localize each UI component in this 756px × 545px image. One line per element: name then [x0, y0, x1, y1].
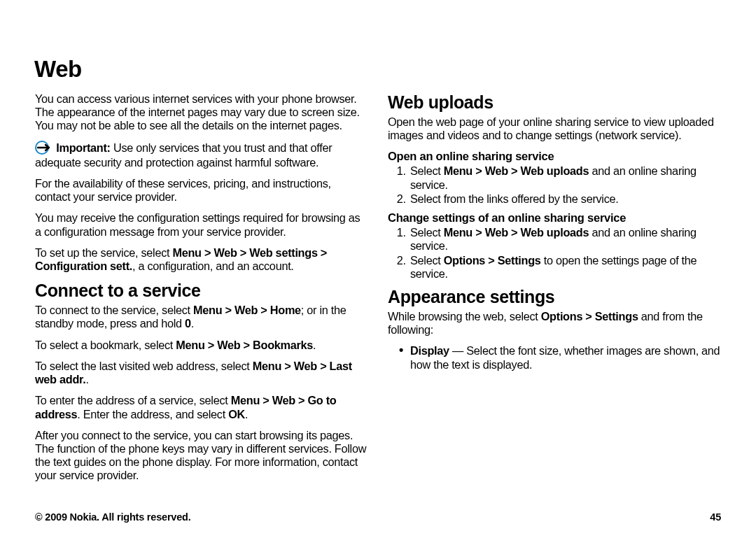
uploads-intro: Open the web page of your online sharing…	[388, 115, 721, 142]
page-number: 45	[710, 511, 721, 523]
page-footer: © 2009 Nokia. All rights reserved. 45	[35, 511, 721, 523]
menu-path: Menu > Web > Web uploads	[444, 226, 589, 239]
text: While browsing the web, select	[388, 310, 541, 323]
text: .	[245, 408, 248, 420]
connect-p2: To select a bookmark, select Menu > Web …	[35, 339, 368, 352]
list-item: Select Options > Settings to open the se…	[409, 254, 721, 281]
menu-path: Menu > Web > Home	[193, 304, 301, 316]
menu-path: Options > Settings	[541, 310, 638, 323]
menu-path: Options > Settings	[444, 254, 541, 267]
config-paragraph: You may receive the configuration settin…	[35, 211, 368, 238]
connect-p4: To enter the address of a service, selec…	[35, 394, 368, 420]
text: .	[191, 317, 194, 330]
text: .	[313, 339, 316, 351]
text: Select	[410, 226, 444, 239]
text: To connect to the service, select	[35, 304, 193, 316]
text: . Enter the address, and select	[77, 408, 228, 420]
appearance-options: Display — Select the font size, whether …	[388, 344, 721, 371]
after-connect-paragraph: After you connect to the service, you ca…	[35, 429, 368, 483]
connect-p3: To select the last visited web address, …	[35, 360, 368, 386]
text: To select a bookmark, select	[35, 339, 176, 351]
appearance-heading: Appearance settings	[388, 287, 721, 307]
availability-paragraph: For the availability of these services, …	[35, 177, 368, 204]
option-name: Display	[410, 344, 449, 357]
menu-path: Menu > Web > Bookmarks	[176, 339, 313, 351]
text: To enter the address of a service, selec…	[35, 394, 231, 406]
change-settings-heading: Change settings of an online sharing ser…	[388, 211, 721, 225]
text: Select	[410, 254, 444, 267]
copyright-text: © 2009 Nokia. All rights reserved.	[35, 511, 191, 523]
important-paragraph: Important: Use only services that you tr…	[35, 141, 368, 169]
intro-paragraph: You can access various internet services…	[35, 92, 368, 133]
text: .	[85, 373, 88, 385]
connect-heading: Connect to a service	[35, 281, 368, 301]
connect-p1: To connect to the service, select Menu >…	[35, 304, 368, 330]
setup-paragraph: To set up the service, select Menu > Web…	[35, 246, 368, 273]
key: OK	[228, 408, 245, 420]
appearance-intro: While browsing the web, select Options >…	[388, 310, 721, 337]
text: To select the last visited web address, …	[35, 360, 253, 372]
text: Select	[410, 164, 444, 177]
manual-page: Web You can access various internet serv…	[0, 0, 756, 545]
change-settings-steps: Select Menu > Web > Web uploads and an o…	[388, 226, 721, 281]
text: To set up the service, select	[35, 246, 172, 259]
text: — Select the font size, whether images a…	[410, 344, 720, 370]
list-item: Display — Select the font size, whether …	[400, 344, 721, 371]
important-label: Important:	[56, 141, 111, 154]
key: 0	[185, 317, 191, 330]
uploads-heading: Web uploads	[388, 92, 721, 113]
open-service-steps: Select Menu > Web > Web uploads and an o…	[388, 164, 721, 206]
page-title: Web	[34, 56, 721, 83]
list-item: Select Menu > Web > Web uploads and an o…	[409, 226, 721, 253]
list-item: Select from the links offered by the ser…	[409, 192, 721, 206]
content-columns: You can access various internet services…	[35, 92, 721, 491]
open-service-heading: Open an online sharing service	[388, 150, 721, 163]
menu-path: Menu > Web > Web uploads	[444, 164, 589, 177]
important-icon	[35, 141, 53, 156]
text: , a configuration, and an account.	[132, 260, 294, 272]
list-item: Select Menu > Web > Web uploads and an o…	[409, 164, 721, 191]
